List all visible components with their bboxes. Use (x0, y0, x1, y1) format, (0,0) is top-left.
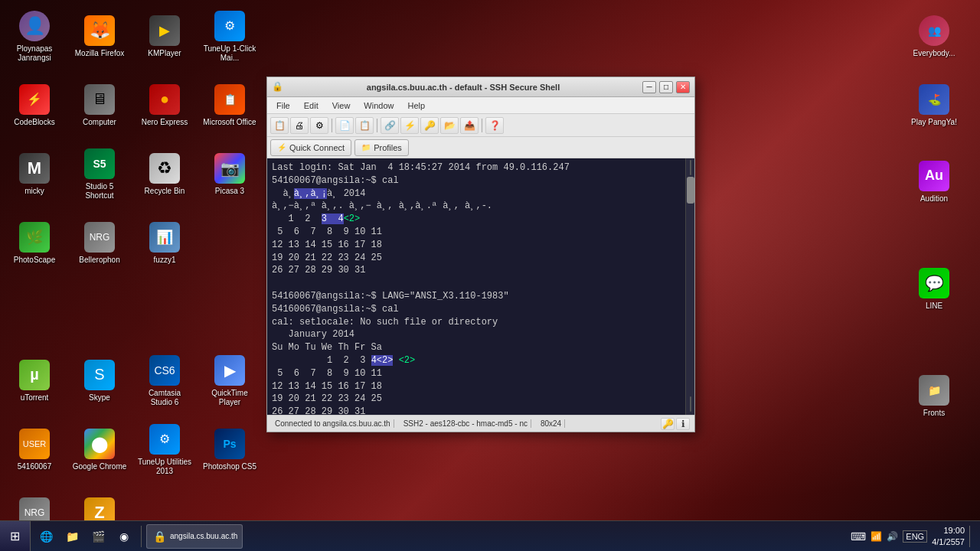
ssh-window: 🔒 angsila.cs.buu.ac.th - default - SSH S… (266, 77, 695, 432)
desktop: 👤 Ploynapas Janrangsi 🦊 Mozilla Firefox … (0, 0, 980, 551)
icon-micky[interactable]: M micky (4, 142, 65, 207)
toolbar-new[interactable]: 📋 (270, 117, 289, 134)
status-key-btn[interactable]: 🔑 (661, 418, 675, 430)
icon-skype[interactable]: S Skype (69, 348, 130, 413)
ssh-titlebar: 🔒 angsila.cs.buu.ac.th - default - SSH S… (267, 77, 694, 97)
menu-view[interactable]: View (326, 99, 357, 112)
icon-photoshop[interactable]: Ps Photoshop CS5 (199, 417, 260, 482)
ssh-window-icon: 🔒 (272, 81, 284, 93)
taskbar-show-desktop[interactable] (969, 526, 974, 547)
taskbar: ⊞ 🌐 📁 🎬 ◉ 🔒 angsila.cs.buu.ac.th (0, 520, 980, 551)
icon-bellerophon[interactable]: NRG Bellerophon (69, 210, 130, 276)
close-button[interactable]: ✕ (676, 81, 690, 93)
explorer-icon: 📁 (64, 529, 80, 544)
maximize-button[interactable]: □ (659, 81, 673, 93)
toolbar-connect[interactable]: 🔗 (381, 117, 399, 134)
ssh-statusbar: Connected to angsila.cs.buu.ac.th SSH2 -… (267, 415, 694, 432)
taskbar-network-icon: 📶 (871, 531, 882, 542)
icon-tuneup2[interactable]: ⚙ TuneUp Utilities 2013 (134, 417, 195, 482)
ssh-taskbar-icon: 🔒 (152, 529, 167, 544)
taskbar-keyboard-icon[interactable]: ⌨ (851, 530, 866, 543)
quickconnect-label: Quick Connect (289, 143, 345, 152)
icon-utorrent[interactable]: µ uTorrent (4, 348, 65, 413)
toolbar-key[interactable]: 🔑 (420, 117, 439, 134)
ssh-quickbar: ⚡ Quick Connect 📁 Profiles (267, 137, 694, 158)
menu-window[interactable]: Window (358, 99, 400, 112)
icon-fronts[interactable]: 📁 Fronts (903, 364, 965, 429)
menu-edit[interactable]: Edit (298, 99, 325, 112)
clock-time: 19:00 (932, 525, 965, 536)
ssh-window-title: angsila.cs.buu.ac.th - default - SSH Sec… (287, 83, 639, 92)
profiles-button[interactable]: 📁 Profiles (354, 139, 409, 156)
taskbar-lang[interactable]: ENG (903, 530, 927, 543)
icon-codeblocks[interactable]: ⚡ CodeBlocks (4, 73, 65, 138)
icon-recycle[interactable]: ♻ Recycle Bin (134, 142, 195, 207)
icon-camtasia[interactable]: CS6 Camtasia Studio 6 (134, 348, 195, 413)
taskbar-separator (141, 526, 142, 547)
toolbar-help[interactable]: ❓ (485, 117, 504, 134)
toolbar-settings[interactable]: ⚙ (310, 117, 328, 134)
ssh-status-size: 80x24 (537, 419, 565, 428)
icon-quicktime[interactable]: ▶ QuickTime Player (199, 348, 260, 413)
quickconnect-button[interactable]: ⚡ Quick Connect (270, 139, 351, 156)
ie-icon: 🌐 (38, 529, 54, 544)
taskbar-volume-icon[interactable]: 🔊 (887, 531, 898, 542)
desktop-icons-left: 👤 Ploynapas Janrangsi 🦊 Mozilla Firefox … (0, 0, 260, 520)
toolbar-paste[interactable]: 📋 (355, 117, 374, 134)
icon-studio5[interactable]: S5 Studio 5 Shortcut (69, 142, 130, 207)
icon-kmplayer[interactable]: ▶ KMPlayer (134, 4, 195, 69)
taskbar-clock[interactable]: 19:00 4/1/2557 (932, 525, 965, 547)
icon-picasa[interactable]: 📷 Picasa 3 (199, 142, 260, 207)
ssh-terminal[interactable]: Last login: Sat Jan 4 18:45:27 2014 from… (267, 158, 685, 415)
icon-nero[interactable]: ● Nero Express (134, 73, 195, 138)
icon-computer[interactable]: 🖥 Computer (69, 73, 130, 138)
icon-tuneup[interactable]: ⚙ TuneUp 1-Click Mai... (199, 4, 260, 69)
clock-date: 4/1/2557 (932, 536, 965, 547)
minimize-button[interactable]: ─ (642, 81, 656, 93)
toolbar-sep1 (332, 119, 332, 132)
toolbar-sep2 (377, 119, 377, 132)
ssh-status-encryption: SSH2 - aes128-cbc - hmac-md5 - nc (400, 419, 531, 428)
toolbar-disconnect[interactable]: ⚡ (400, 117, 419, 134)
chrome-taskbar-icon: ◉ (116, 529, 132, 544)
menu-help[interactable]: Help (401, 99, 431, 112)
icon-firefox[interactable]: 🦊 Mozilla Firefox (69, 4, 130, 69)
media-icon: 🎬 (90, 529, 106, 544)
menu-file[interactable]: File (270, 99, 296, 112)
start-button[interactable]: ⊞ (0, 521, 31, 552)
taskbar-ie[interactable]: 🌐 (34, 524, 58, 549)
ssh-taskbar-label: angsila.cs.buu.ac.th (170, 532, 237, 540)
ssh-toolbar: 📋 🖨 ⚙ 📄 📋 🔗 ⚡ 🔑 📂 📤 ❓ (267, 114, 694, 137)
toolbar-copy[interactable]: 📄 (335, 117, 354, 134)
icon-chrome[interactable]: ⬤ Google Chrome (69, 417, 130, 482)
toolbar-print[interactable]: 🖨 (290, 117, 309, 134)
desktop-icons-right: 👥 Everybody... ⛳ Play PangYa! Au Auditio… (888, 0, 980, 520)
toolbar-sep3 (482, 119, 482, 132)
icon-playpangya[interactable]: ⛳ Play PangYa! (903, 73, 965, 138)
icon-fuzzy[interactable]: 📊 fuzzy1 (134, 210, 195, 276)
ssh-status-connection: Connected to angsila.cs.buu.ac.th (272, 419, 394, 428)
taskbar-right: ⌨ 📶 🔊 ENG 19:00 4/1/2557 (844, 525, 980, 547)
icon-msoffice[interactable]: 📋 Microsoft Office (199, 73, 260, 138)
taskbar-media[interactable]: 🎬 (86, 524, 110, 549)
taskbar-ssh-item[interactable]: 🔒 angsila.cs.buu.ac.th (146, 524, 243, 549)
taskbar-explorer[interactable]: 📁 (60, 524, 84, 549)
icon-photoscape[interactable]: 🌿 PhotoScape (4, 210, 65, 276)
icon-everybody[interactable]: 👥 Everybody... (903, 4, 965, 69)
icon-ploynapas[interactable]: 👤 Ploynapas Janrangsi (4, 4, 65, 69)
icon-audition[interactable]: Au Audition (903, 149, 965, 214)
status-info-btn[interactable]: ℹ (676, 418, 690, 430)
toolbar-sftp[interactable]: 📤 (460, 117, 479, 134)
icon-54160067[interactable]: USER 54160067 (4, 417, 65, 482)
profiles-label: Profiles (374, 143, 402, 152)
toolbar-transfer[interactable]: 📂 (440, 117, 459, 134)
taskbar-chrome-launch[interactable]: ◉ (112, 524, 136, 549)
terminal-output: Last login: Sat Jan 4 18:45:27 2014 from… (272, 161, 681, 415)
ssh-menubar: File Edit View Window Help (267, 97, 694, 114)
taskbar-items: 🌐 📁 🎬 ◉ 🔒 angsila.cs.buu.ac.th (31, 524, 844, 549)
icon-line[interactable]: 💬 LINE (903, 256, 965, 321)
